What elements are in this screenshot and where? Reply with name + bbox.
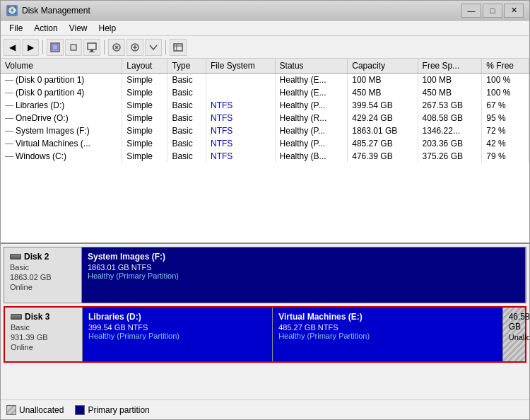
maximize-button[interactable]: □: [483, 4, 502, 18]
svg-rect-6: [89, 52, 95, 52]
disk3-p2-label: Virtual Machines (E:): [278, 312, 497, 322]
cell-capacity: 429.24 GB: [348, 112, 418, 124]
toolbar-btn-4[interactable]: [108, 39, 125, 56]
col-header-pct[interactable]: % Free: [482, 59, 529, 74]
cell-status: Healthy (P...: [275, 137, 348, 150]
cell-capacity: 450 MB: [348, 86, 418, 99]
col-header-volume[interactable]: Volume: [1, 59, 122, 74]
legend-unallocated-swatch: [6, 405, 16, 415]
cell-type: Basic: [167, 112, 206, 124]
cell-fs: NTFS: [206, 124, 275, 137]
cell-fs: NTFS: [206, 112, 275, 124]
disk2-p1-label: System Images (F:): [88, 252, 519, 262]
cell-status: Healthy (P...: [275, 124, 348, 137]
menu-help[interactable]: Help: [93, 22, 122, 35]
table-row[interactable]: —(Disk 0 partition 1) Simple Basic Healt…: [1, 74, 529, 87]
cell-volume: —(Disk 0 partition 4): [1, 86, 122, 99]
disk3-label: Disk 3 Basic 931.39 GB Online: [5, 308, 83, 361]
col-header-status[interactable]: Status: [275, 59, 348, 74]
cell-layout: Simple: [122, 112, 167, 124]
volume-list-panel[interactable]: Volume Layout Type File System Status Ca…: [1, 59, 529, 244]
toolbar-btn-7[interactable]: [170, 39, 187, 56]
svg-rect-13: [174, 44, 182, 51]
col-header-free[interactable]: Free Sp...: [418, 59, 482, 74]
table-row[interactable]: —Windows (C:) Simple Basic NTFS Healthy …: [1, 150, 529, 163]
legend-unallocated-label: Unallocated: [19, 405, 64, 415]
toolbar-btn-1[interactable]: [47, 39, 64, 56]
disk2-label: Disk 2 Basic 1863.02 GB Online: [4, 247, 82, 303]
table-header-row: Volume Layout Type File System Status Ca…: [1, 59, 529, 74]
toolbar-btn-3[interactable]: [83, 39, 100, 56]
disk2-p1-size: 1863.01 GB NTFS: [88, 263, 519, 272]
cell-type: Basic: [167, 86, 206, 99]
disk3-p3-size: Unallocated: [509, 333, 519, 342]
close-button[interactable]: ✕: [504, 4, 524, 18]
col-header-layout[interactable]: Layout: [122, 59, 167, 74]
disk-management-window: 💽 Disk Management — □ ✕ File Action View…: [0, 0, 530, 420]
disk3-p1-status: Healthy (Primary Partition): [88, 332, 266, 340]
forward-button[interactable]: ▶: [22, 39, 39, 56]
table-row[interactable]: —System Images (F:) Simple Basic NTFS He…: [1, 124, 529, 137]
cell-status: Healthy (E...: [275, 86, 348, 99]
menu-file[interactable]: File: [4, 22, 28, 35]
disk-visual-panel: Disk 2 Basic 1863.02 GB Online System Im…: [1, 244, 529, 399]
legend-primary-swatch: [75, 405, 85, 415]
cell-type: Basic: [167, 74, 206, 87]
cell-pct: 95 %: [482, 112, 529, 124]
app-icon: 💽: [6, 5, 18, 16]
cell-fs: NTFS: [206, 150, 275, 163]
table-row[interactable]: —Virtual Machines (... Simple Basic NTFS…: [1, 137, 529, 150]
disk3-p2-status: Healthy (Primary Partition): [278, 332, 497, 340]
toolbar-separator-2: [104, 40, 105, 54]
cell-type: Basic: [167, 150, 206, 163]
disk2-partition1[interactable]: System Images (F:) 1863.01 GB NTFS Healt…: [82, 247, 526, 303]
disk3-row: Disk 3 Basic 931.39 GB Online Libraries …: [4, 306, 526, 363]
cell-free: 203.36 GB: [418, 137, 482, 150]
menu-view[interactable]: View: [64, 22, 93, 35]
menu-action[interactable]: Action: [28, 22, 63, 35]
cell-volume: —OneDrive (O:): [1, 112, 122, 124]
disk3-partition-2[interactable]: Virtual Machines (E:) 485.27 GB NTFS Hea…: [273, 308, 503, 361]
table-row[interactable]: —OneDrive (O:) Simple Basic NTFS Healthy…: [1, 112, 529, 124]
disk3-partitions: Libraries (D:) 399.54 GB NTFS Healthy (P…: [83, 308, 525, 361]
table-row[interactable]: —Libraries (D:) Simple Basic NTFS Health…: [1, 99, 529, 112]
cell-layout: Simple: [122, 124, 167, 137]
cell-capacity: 476.39 GB: [348, 150, 418, 163]
cell-capacity: 1863.01 GB: [348, 124, 418, 137]
cell-volume: —Libraries (D:): [1, 99, 122, 112]
toolbar-btn-5[interactable]: [126, 39, 143, 56]
col-header-type[interactable]: Type: [167, 59, 206, 74]
volume-table: Volume Layout Type File System Status Ca…: [1, 59, 529, 163]
cell-fs: NTFS: [206, 137, 275, 150]
cell-pct: 100 %: [482, 86, 529, 99]
disk3-partition-1[interactable]: Libraries (D:) 399.54 GB NTFS Healthy (P…: [83, 308, 273, 361]
toolbar-separator-3: [165, 40, 166, 54]
cell-volume: —(Disk 0 partition 1): [1, 74, 122, 87]
disk2-type: Basic: [10, 263, 76, 272]
disk3-p3-label: 46.58 GB: [509, 312, 519, 332]
svg-rect-4: [88, 43, 96, 49]
disk2-size: 1863.02 GB: [10, 273, 76, 281]
cell-layout: Simple: [122, 137, 167, 150]
cell-free: 1346.22...: [418, 124, 482, 137]
disk3-partition-3[interactable]: 46.58 GB Unallocated: [503, 308, 525, 361]
svg-rect-5: [90, 49, 93, 52]
cell-status: Healthy (E...: [275, 74, 348, 87]
disk3-icon: [11, 314, 22, 320]
toolbar-btn-2[interactable]: [65, 39, 82, 56]
col-header-capacity[interactable]: Capacity: [348, 59, 418, 74]
window-controls: — □ ✕: [461, 4, 524, 18]
table-row[interactable]: —(Disk 0 partition 4) Simple Basic Healt…: [1, 86, 529, 99]
svg-rect-3: [71, 45, 76, 49]
col-header-fs[interactable]: File System: [206, 59, 275, 74]
toolbar-btn-6[interactable]: [145, 39, 162, 56]
back-button[interactable]: ◀: [4, 39, 20, 56]
cell-pct: 42 %: [482, 137, 529, 150]
cell-fs: [206, 74, 275, 87]
cell-type: Basic: [167, 124, 206, 137]
cell-capacity: 100 MB: [348, 74, 418, 87]
disk3-p1-label: Libraries (D:): [88, 312, 266, 322]
window-title: Disk Management: [22, 6, 461, 16]
svg-rect-1: [52, 45, 58, 50]
minimize-button[interactable]: —: [461, 4, 481, 18]
